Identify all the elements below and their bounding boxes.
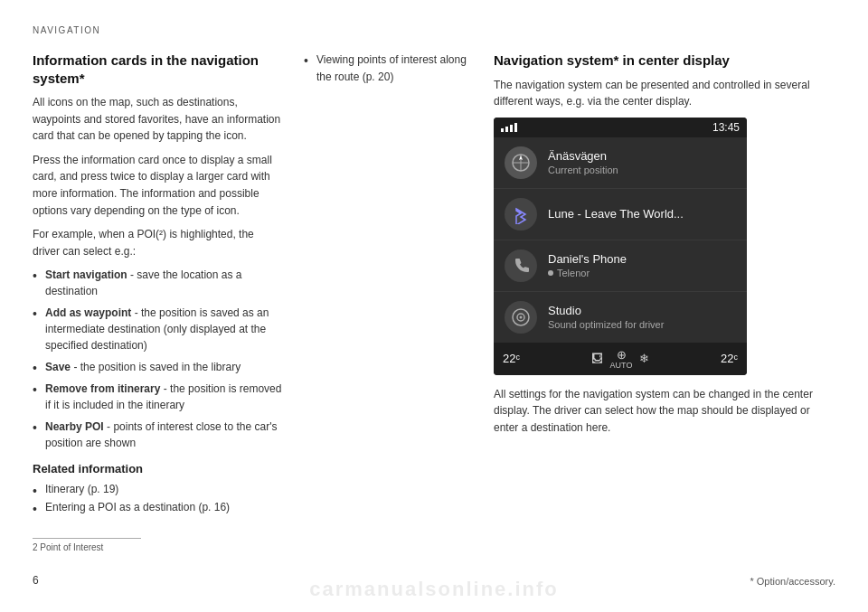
temp-right: 22c	[721, 352, 738, 365]
bullet-add-waypoint: Add as waypoint - the position is saved …	[33, 305, 282, 353]
phone-row-icon	[505, 250, 537, 282]
display-bottom-bar: 22c ⛾ ⊕ AUTO ❄ 22c	[494, 343, 747, 375]
phone-row-sub: Telenor	[548, 268, 627, 278]
center-display-mockup: 13:45 Änäsvägen Current posit	[494, 118, 747, 375]
left-para-3: For example, when a POI(²) is highlighte…	[33, 226, 282, 259]
right-para-2: All settings for the navigation system c…	[494, 386, 835, 437]
phone-row-main: Daniel's Phone	[548, 252, 627, 267]
right-section-title: Navigation system* in center display	[494, 52, 835, 70]
display-row-nav[interactable]: Änäsvägen Current position	[494, 137, 747, 189]
mid-column: Viewing points of interest along the rou…	[304, 52, 485, 587]
display-row-bt[interactable]: Lune - Leave The World...	[494, 189, 747, 240]
fan-icon: ⊕	[610, 348, 633, 362]
audio-row-main: Studio	[548, 304, 664, 318]
bottom-icons: ⛾ ⊕ AUTO ❄	[591, 348, 650, 370]
related-info-list: Itinerary (p. 19) Entering a POI as a de…	[33, 481, 282, 515]
sub-dot	[548, 270, 553, 276]
related-item-poi: Entering a POI as a destination (p. 16)	[33, 499, 282, 516]
audio-row-icon	[505, 301, 537, 334]
left-section-title: Information cards in the navigation syst…	[33, 52, 282, 87]
svg-point-6	[520, 315, 523, 318]
page-header: NAVIGATION	[33, 25, 835, 35]
related-item-itinerary: Itinerary (p. 19)	[33, 481, 282, 498]
left-para-2: Press the information card once to displ…	[33, 152, 282, 219]
bullet-start-nav: Start navigation - save the location as …	[33, 267, 282, 299]
nav-row-main: Änäsvägen	[548, 149, 618, 164]
audio-row-text: Studio Sound optimized for driver	[548, 304, 664, 330]
nav-row-text: Änäsvägen Current position	[548, 149, 618, 175]
display-row-phone[interactable]: Daniel's Phone Telenor	[494, 240, 747, 292]
bt-row-text: Lune - Leave The World...	[548, 207, 684, 221]
bullet-nearby-poi: Nearby POI - points of interest close to…	[33, 419, 282, 451]
bt-row-icon	[505, 198, 537, 231]
bullet-remove-itinerary: Remove from itinerary - the position is …	[33, 381, 282, 413]
left-column: Information cards in the navigation syst…	[33, 52, 304, 587]
nav-row-sub: Current position	[548, 165, 618, 175]
related-info-heading: Related information	[33, 462, 282, 475]
auto-label: AUTO	[610, 362, 633, 370]
signal-bars	[501, 123, 517, 132]
defrost-icon: ❄	[639, 352, 649, 365]
right-para-1: The navigation system can be presented a…	[494, 77, 835, 110]
temp-left: 22c	[503, 352, 520, 365]
seat-icon: ⛾	[591, 352, 603, 365]
display-row-audio[interactable]: Studio Sound optimized for driver	[494, 292, 747, 343]
nav-row-icon	[505, 146, 537, 179]
left-para-1: All icons on the map, such as destinatio…	[33, 94, 282, 145]
temp-left-unit: c	[515, 353, 520, 362]
audio-row-sub: Sound optimized for driver	[548, 319, 664, 330]
display-topbar: 13:45	[494, 118, 747, 137]
page-number: 6	[33, 574, 39, 587]
display-time: 13:45	[712, 121, 740, 134]
bullet-save: Save - the position is saved in the libr…	[33, 359, 282, 375]
signal-bar-1	[501, 128, 504, 132]
feature-bullet-list: Start navigation - save the location as …	[33, 267, 282, 451]
footer-note: * Option/accessory.	[750, 576, 835, 587]
bt-row-main: Lune - Leave The World...	[548, 207, 684, 221]
auto-climate: ⊕ AUTO	[610, 348, 633, 370]
signal-bar-3	[510, 125, 513, 132]
right-column: Navigation system* in center display The…	[485, 52, 835, 587]
signal-bar-4	[514, 123, 517, 132]
footnote-text: 2 Point of Interest	[33, 542, 282, 552]
temp-right-unit: c	[734, 353, 739, 362]
mid-bullet-poi: Viewing points of interest along the rou…	[304, 52, 467, 85]
signal-bar-2	[505, 127, 508, 132]
footnote-divider	[33, 538, 141, 539]
phone-row-text: Daniel's Phone Telenor	[548, 252, 627, 278]
